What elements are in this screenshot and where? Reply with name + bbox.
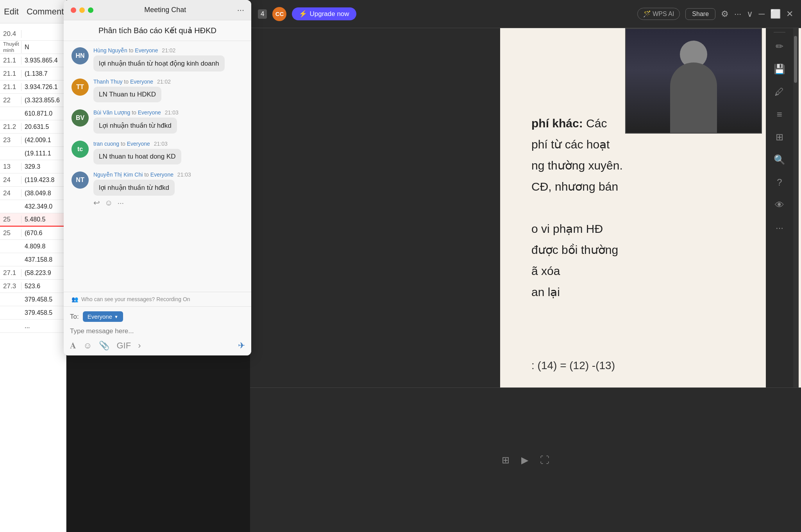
message-time: 21:02: [162, 47, 175, 54]
sender-name: Hùng Nguyễn: [93, 47, 127, 54]
sender-name: tran cuong: [93, 141, 119, 147]
more-reactions-icon[interactable]: ···: [117, 198, 124, 207]
message-bubble: LN Thuan tu HDKD: [93, 87, 161, 102]
wps-ai-button[interactable]: 🪄 WPS AI: [637, 8, 680, 20]
message-content: tran cuong to Everyone 21:03 LN thuan tu…: [93, 141, 243, 164]
emoji-picker-icon[interactable]: ☺: [83, 341, 92, 351]
share-button[interactable]: Share: [685, 8, 715, 20]
reaction-bar: ↩ ☺ ···: [93, 196, 243, 210]
avatar-thanh-thuy: TT: [72, 79, 89, 96]
maximize-window-button[interactable]: [88, 7, 93, 13]
edit-sidebar-icon[interactable]: ✏: [771, 38, 788, 55]
grid-view-icon[interactable]: ⊞: [502, 455, 510, 466]
spreadsheet-panel: Edit Comment 20.4 Thuyếtminh N 21.1 3.93…: [0, 0, 66, 532]
recipient-name: Everyone: [127, 141, 150, 147]
emoji-reaction-icon[interactable]: ☺: [105, 198, 113, 207]
cell-row: (19.111.1: [0, 147, 66, 160]
minimize-window-button[interactable]: [79, 7, 85, 13]
more-options-icon[interactable]: ···: [734, 9, 741, 19]
message-content: Bùi Văn Lượng to Everyone 21:03 Lợi nhuậ…: [93, 109, 243, 134]
slide-body-text: phí khác: Các phí từ các hoạt ng thường …: [531, 113, 801, 303]
more-sidebar-icon[interactable]: ···: [771, 219, 788, 236]
more-tools-icon[interactable]: ›: [138, 341, 141, 351]
help-sidebar-icon[interactable]: ?: [771, 174, 788, 191]
message-time: 21:03: [165, 109, 179, 116]
cell-row: 27.1 (58.223.9: [0, 266, 66, 280]
message-input[interactable]: [70, 326, 245, 337]
gif-icon[interactable]: GIF: [116, 341, 131, 351]
cell-row: 4.809.8: [0, 240, 66, 253]
to-row: To: Everyone: [70, 311, 245, 322]
video-person: [626, 29, 761, 133]
chat-toolbar: 𝐀 ☺ 📎 GIF › ✈: [70, 341, 245, 351]
minimize-icon[interactable]: ─: [758, 9, 765, 19]
message-meta: Hùng Nguyễn to Everyone 21:02: [93, 47, 243, 54]
message-item: BV Bùi Văn Lượng to Everyone 21:03 Lợi n…: [72, 109, 243, 134]
cell-row: 21.1 3.935.865.4: [0, 54, 66, 67]
privacy-notice: 👥 Who can see your messages? Recording O…: [64, 292, 251, 306]
to-text: to: [132, 109, 138, 116]
message-content: Thanh Thuy to Everyone 21:02 LN Thuan tu…: [93, 79, 243, 102]
avatar-tran-cuong: tc: [72, 141, 89, 158]
maximize-icon[interactable]: ⬜: [770, 9, 781, 19]
upgrade-button[interactable]: ⚡ Upgrade now: [292, 7, 356, 20]
attach-file-icon[interactable]: 📎: [99, 341, 109, 351]
cell-row: 25 (670.6: [0, 227, 66, 240]
eye-sidebar-icon[interactable]: 👁: [771, 196, 788, 214]
divider: [774, 32, 785, 32]
everyone-dropdown-button[interactable]: Everyone: [83, 311, 123, 322]
settings-icon[interactable]: ⚙: [721, 9, 729, 19]
chat-topic-title: Phân tích Báo cáo Kết quả HĐKD: [72, 26, 243, 35]
recipient-name: Everyone: [135, 47, 158, 54]
topbar-right: 🪄 WPS AI Share ⚙ ··· ∨ ─ ⬜ ✕: [637, 8, 793, 20]
cell-row: 21.1 (1.138.7: [0, 67, 66, 80]
reply-icon[interactable]: ↩: [93, 198, 100, 207]
video-thumbnail: [625, 28, 762, 134]
cell-row: 437.158.8: [0, 253, 66, 266]
message-item: tc tran cuong to Everyone 21:03 LN thuan…: [72, 141, 243, 164]
message-bubble: lợi nhuận thuần từ hoạt động kinh doanh: [93, 55, 225, 71]
cell-row: ...: [0, 320, 66, 333]
play-icon[interactable]: ▶: [521, 455, 528, 466]
draw-sidebar-icon[interactable]: 🖊: [771, 83, 788, 100]
sender-name: Nguyễn Thị Kim Chi: [93, 171, 143, 178]
avatar-nguyen-thi-kim-chi: NT: [72, 171, 89, 189]
chat-panel-title: Meeting Chat: [144, 6, 186, 14]
search-sidebar-icon[interactable]: 🔍: [771, 151, 788, 168]
vertical-scrollbar[interactable]: [793, 28, 799, 387]
to-text: to: [124, 79, 130, 85]
chat-more-button[interactable]: ···: [237, 5, 244, 15]
message-bubble: lợi nhuận thuần từ hđkd: [93, 180, 175, 196]
message-time: 21:03: [177, 171, 191, 178]
slide-footer: : (14) = (12) -(13): [531, 359, 615, 372]
save-sidebar-icon[interactable]: 💾: [771, 61, 788, 78]
close-icon[interactable]: ✕: [786, 9, 793, 19]
chat-toolbar-left: 𝐀 ☺ 📎 GIF ›: [70, 341, 141, 351]
recipient-name: Everyone: [130, 79, 153, 85]
messages-area[interactable]: HN Hùng Nguyễn to Everyone 21:02 lợi nhu…: [64, 41, 251, 292]
message-bubble: LN thuan tu hoat dong KD: [93, 149, 181, 164]
avatar-hung-nguyen: HN: [72, 47, 89, 64]
fullscreen-icon[interactable]: ⛶: [540, 455, 549, 466]
scrollbar-thumb[interactable]: [794, 36, 797, 83]
to-text: to: [121, 141, 127, 147]
table-sidebar-icon[interactable]: ⊞: [771, 129, 788, 146]
message-bubble: Lợi nhuận thuần từ hđkd: [93, 118, 177, 134]
cell-row: 21.2 20.631.5: [0, 120, 66, 134]
close-window-button[interactable]: [71, 7, 76, 13]
right-sidebar: ✏ 💾 🖊 ≡ ⊞ 🔍 ? 👁 ···: [766, 28, 793, 387]
chat-header: Phân tích Báo cáo Kết quả HĐKD: [64, 20, 251, 41]
cell-row: Thuyếtminh N: [0, 41, 66, 54]
chat-input-area: To: Everyone 𝐀 ☺ 📎 GIF › ✈: [64, 306, 251, 355]
lightning-icon: ⚡: [299, 10, 307, 18]
avatar-cc: CC: [272, 7, 286, 21]
message-content: Nguyễn Thị Kim Chi to Everyone 21:03 lợi…: [93, 171, 243, 210]
edit-label[interactable]: Edit: [4, 7, 19, 17]
send-message-icon[interactable]: ✈: [238, 341, 245, 351]
participant-count-badge: 4: [258, 9, 267, 19]
spreadsheet-toolbar: Edit Comment: [0, 0, 66, 23]
chevron-down-icon[interactable]: ∨: [747, 9, 753, 19]
format-text-icon[interactable]: 𝐀: [70, 341, 76, 351]
align-sidebar-icon[interactable]: ≡: [771, 106, 788, 123]
comment-label[interactable]: Comment: [27, 7, 64, 17]
